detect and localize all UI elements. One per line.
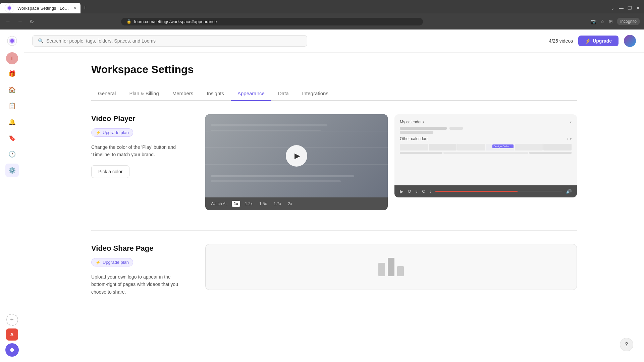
workspace-avatar[interactable]: A bbox=[6, 328, 18, 341]
close-window-icon[interactable]: ✕ bbox=[636, 5, 640, 11]
play-icon-2[interactable]: ▶ bbox=[400, 189, 404, 194]
browser-tab[interactable]: Workspace Settings | Loom ✕ bbox=[0, 3, 80, 13]
speed-2x[interactable]: 2x bbox=[286, 201, 294, 207]
bolt-icon-2: ⚡ bbox=[96, 260, 101, 265]
workspace-initial: A bbox=[10, 332, 13, 337]
url-text: loom.com/settings/workspace#appearance bbox=[134, 19, 418, 24]
speed-options: 1x 1.2x 1.5x 1.7x 2x bbox=[232, 201, 294, 207]
forward-5-label: 5 bbox=[430, 190, 432, 193]
sidebar-home-icon[interactable]: 🏠 bbox=[5, 83, 19, 97]
address-bar[interactable]: 🔒 loom.com/settings/workspace#appearance bbox=[121, 18, 423, 25]
search-input[interactable] bbox=[46, 38, 302, 44]
tab-plan-billing[interactable]: Plan & Billing bbox=[122, 86, 165, 100]
maximize-icon[interactable]: ❐ bbox=[628, 5, 632, 11]
sidebar-gift-icon[interactable]: 🎁 bbox=[5, 67, 19, 80]
tab-list-icon[interactable]: ⌄ bbox=[611, 5, 615, 11]
speed-1-2x[interactable]: 1.2x bbox=[243, 201, 255, 207]
play-icon: ▶ bbox=[294, 152, 300, 160]
forward-button[interactable]: → bbox=[16, 17, 24, 26]
main-content: 🔍 4/25 videos ⚡ Upgrade Workspace Settin… bbox=[24, 29, 644, 362]
settings-tabs: General Plan & Billing Members Insights … bbox=[91, 86, 577, 101]
tab-appearance[interactable]: Appearance bbox=[231, 86, 271, 100]
user-profile-avatar[interactable] bbox=[624, 35, 636, 47]
tab-members[interactable]: Members bbox=[166, 86, 200, 100]
lightning-icon: ⚡ bbox=[585, 38, 591, 44]
tab-integrations[interactable]: Integrations bbox=[296, 86, 335, 100]
app-logo[interactable] bbox=[6, 35, 18, 47]
help-icon: ? bbox=[625, 342, 628, 348]
forward-icon[interactable]: ↻ bbox=[422, 189, 426, 194]
progress-fill bbox=[435, 191, 518, 192]
sidebar-library-icon[interactable]: 📋 bbox=[5, 99, 19, 113]
sidebar-settings-icon[interactable]: ⚙️ bbox=[5, 164, 19, 177]
video-player-description: Change the color of the 'Play' button an… bbox=[91, 143, 185, 159]
sidebar-history-icon[interactable]: 🕐 bbox=[5, 147, 19, 161]
record-button[interactable]: ⏺ bbox=[5, 343, 19, 357]
tab-grid-icon[interactable]: ⊞ bbox=[609, 19, 613, 24]
video-main-area: ▶ bbox=[205, 114, 388, 197]
my-calendars-chevron: ▾ bbox=[570, 120, 572, 124]
upgrade-label: Upgrade bbox=[593, 38, 612, 44]
search-icon: 🔍 bbox=[38, 38, 44, 44]
other-calendars-label: Other calendars bbox=[400, 136, 428, 141]
new-tab-button[interactable]: + bbox=[83, 5, 87, 12]
tab-title: Workspace Settings | Loom bbox=[17, 6, 70, 11]
video-player-upgrade-badge[interactable]: ⚡ Upgrade plan bbox=[91, 128, 133, 137]
video-share-section: Video Share Page ⚡ Upgrade plan Upload y… bbox=[91, 244, 577, 302]
reload-button[interactable]: ↻ bbox=[28, 17, 35, 26]
video-share-upgrade-badge[interactable]: ⚡ Upgrade plan bbox=[91, 258, 133, 266]
star-icon[interactable]: ☆ bbox=[600, 19, 605, 24]
video-player-info: Video Player ⚡ Upgrade plan Change the c… bbox=[91, 114, 185, 178]
video-controls-bar: Watch At: 1x 1.2x 1.5x 1.7x 2x bbox=[205, 197, 388, 210]
volume-icon[interactable]: 🔊 bbox=[566, 189, 572, 194]
loom-favicon bbox=[4, 3, 15, 13]
tab-close-icon[interactable]: ✕ bbox=[73, 6, 76, 10]
watch-at-label: Watch At: bbox=[211, 201, 228, 206]
video-calendar-preview: My calendars ▾ bbox=[394, 114, 577, 197]
page-content: Workspace Settings General Plan & Billin… bbox=[24, 53, 644, 333]
sidebar-bookmarks-icon[interactable]: 🔖 bbox=[5, 131, 19, 145]
back-button[interactable]: ← bbox=[4, 17, 12, 26]
video-share-description: Upload your own logo to appear in the bo… bbox=[91, 273, 185, 296]
video-player-preview: ▶ Watch At: 1x 1.2x 1.5x 1.7x bbox=[205, 114, 388, 210]
video-play-button[interactable]: ▶ bbox=[286, 145, 307, 167]
video-share-info: Video Share Page ⚡ Upgrade plan Upload y… bbox=[91, 244, 185, 302]
video-share-preview bbox=[205, 244, 577, 290]
speed-1x[interactable]: 1x bbox=[232, 201, 240, 207]
video-preview-area: ▶ Watch At: 1x 1.2x 1.5x 1.7x bbox=[205, 114, 577, 210]
svg-point-3 bbox=[10, 39, 14, 43]
minimize-icon[interactable]: — bbox=[619, 5, 624, 11]
camera-off-icon: 📷 bbox=[591, 19, 596, 24]
tab-insights[interactable]: Insights bbox=[200, 86, 231, 100]
tab-general[interactable]: General bbox=[91, 86, 122, 100]
page-title: Workspace Settings bbox=[91, 63, 577, 76]
tab-data[interactable]: Data bbox=[271, 86, 296, 100]
video-player-title: Video Player bbox=[91, 114, 185, 123]
user-avatar[interactable]: T bbox=[6, 52, 18, 64]
top-bar: 🔍 4/25 videos ⚡ Upgrade bbox=[24, 29, 644, 53]
incognito-button[interactable]: Incognito bbox=[617, 18, 640, 25]
calendar-video-controls: ▶ ↺ 5 ↻ 5 🔊 bbox=[394, 185, 577, 197]
speed-1-7x[interactable]: 1.7x bbox=[272, 201, 283, 207]
rewind-5-label: 5 bbox=[416, 190, 418, 193]
video-player-section: Video Player ⚡ Upgrade plan Change the c… bbox=[91, 114, 577, 210]
svg-point-1 bbox=[8, 7, 11, 9]
video-count: 4/25 videos bbox=[549, 38, 573, 44]
other-calendars-chevron: ▾ bbox=[570, 137, 572, 141]
pick-color-button[interactable]: Pick a color bbox=[91, 165, 129, 178]
search-bar[interactable]: 🔍 bbox=[32, 35, 307, 47]
lock-icon: 🔒 bbox=[126, 19, 131, 24]
upgrade-button[interactable]: ⚡ Upgrade bbox=[578, 36, 619, 46]
help-button[interactable]: ? bbox=[620, 338, 633, 351]
sidebar-notifications-icon[interactable]: 🔔 bbox=[5, 115, 19, 129]
progress-bar[interactable] bbox=[435, 191, 562, 192]
sidebar-add-button[interactable]: + bbox=[6, 314, 18, 326]
calendar-event: Design Collab... bbox=[492, 144, 513, 148]
speed-1-5x[interactable]: 1.5x bbox=[257, 201, 269, 207]
my-calendars-label: My calendars bbox=[400, 120, 424, 124]
video-share-upgrade-label: Upgrade plan bbox=[103, 260, 129, 265]
video-player-upgrade-label: Upgrade plan bbox=[103, 130, 129, 135]
rewind-icon[interactable]: ↺ bbox=[408, 189, 412, 194]
bolt-icon: ⚡ bbox=[96, 130, 101, 135]
video-share-title: Video Share Page bbox=[91, 244, 185, 253]
